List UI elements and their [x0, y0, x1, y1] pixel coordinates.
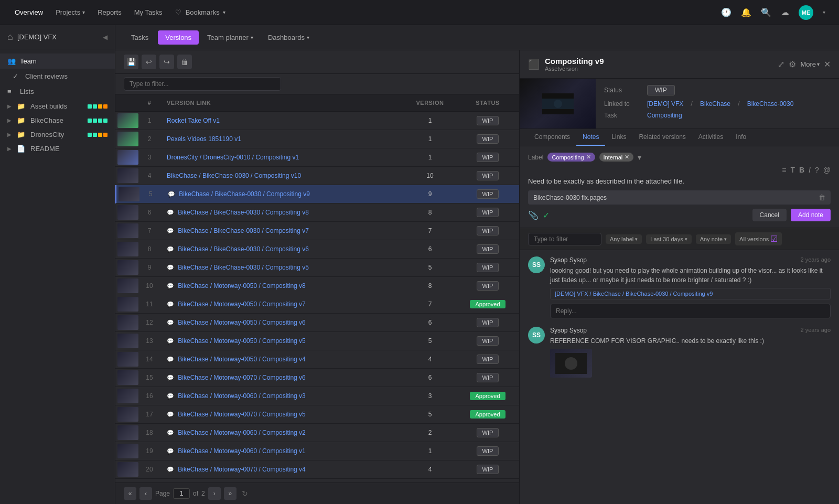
save-button[interactable]: 💾 [124, 55, 138, 69]
next-page-button[interactable]: › [208, 487, 221, 500]
version-link[interactable]: BikeChase / BikeChase-0030 / Compositing… [178, 264, 308, 271]
table-row[interactable]: 8 💬 BikeChase / BikeChase-0030 / Composi… [115, 240, 519, 259]
tab-links[interactable]: Links [605, 129, 632, 146]
sidebar-project[interactable]: ⌂ [DEMO] VFX ◀ [0, 25, 115, 49]
refresh-button[interactable]: ↻ [242, 489, 248, 498]
table-row[interactable]: 19 💬 BikeChase / Motorway-0060 / Composi… [115, 442, 519, 460]
version-link[interactable]: BikeChase / BikeChase-0030 / Compositing… [179, 190, 309, 198]
more-button[interactable]: More ▾ [800, 60, 820, 68]
td-link[interactable]: 💬 BikeChase / Motorway-0050 / Compositin… [163, 316, 404, 329]
table-row[interactable]: 3 DronesCity / DronesCity-0010 / Composi… [115, 148, 519, 167]
table-row[interactable]: 20 💬 BikeChase / Motorway-0070 / Composi… [115, 460, 519, 479]
delete-attachment-button[interactable]: 🗑 [819, 194, 825, 201]
table-row[interactable]: 15 💬 BikeChase / Motorway-0070 / Composi… [115, 369, 519, 387]
tab-tasks[interactable]: Tasks [124, 30, 156, 45]
table-row[interactable]: 5 💬 BikeChase / BikeChase-0030 / Composi… [115, 185, 519, 203]
external-link-button[interactable]: ⤢ [778, 59, 784, 69]
table-row[interactable]: 11 💬 BikeChase / Motorway-0050 / Composi… [115, 295, 519, 314]
settings-button[interactable]: ⚙ [789, 59, 796, 69]
compose-text[interactable]: Need to be exactly as described in the a… [528, 177, 831, 185]
version-link[interactable]: BikeChase / Motorway-0070 / Compositing … [178, 411, 305, 418]
any-label-filter[interactable]: Any label ▾ [606, 234, 642, 244]
version-link[interactable]: Rocket Take Off v1 [167, 117, 220, 124]
tag-close-icon[interactable]: ✕ [586, 154, 591, 160]
add-note-button[interactable]: Add note [791, 209, 831, 221]
approve-button[interactable]: ✓ [543, 210, 550, 220]
tab-activities[interactable]: Activities [692, 129, 729, 146]
nav-projects[interactable]: Projects ▾ [49, 8, 91, 16]
note-type-filter[interactable]: Any note ▾ [696, 234, 731, 244]
avatar[interactable]: ME [799, 5, 813, 20]
version-link[interactable]: BikeChase / Motorway-0060 / Compositing … [178, 447, 305, 455]
version-link[interactable]: BikeChase / BikeChase-0030 / Compositing… [178, 209, 308, 216]
td-link[interactable]: 💬 BikeChase / Motorway-0070 / Compositin… [163, 408, 404, 421]
version-link[interactable]: BikeChase / Motorway-0050 / Compositing … [178, 282, 305, 289]
list-format-icon[interactable]: ≡ [782, 166, 786, 174]
linked-item[interactable]: BikeChase-0030 [747, 100, 794, 108]
td-link[interactable]: 💬 BikeChase / Motorway-0050 / Compositin… [163, 280, 404, 292]
label-tag-internal[interactable]: Internal ✕ [599, 153, 634, 162]
table-row[interactable]: 9 💬 BikeChase / BikeChase-0030 / Composi… [115, 259, 519, 277]
prev-page-button[interactable]: ‹ [139, 487, 152, 500]
sidebar-item-team[interactable]: 👥 Team [0, 53, 115, 69]
chevron-left-icon[interactable]: ◀ [103, 34, 107, 41]
table-row[interactable]: 1 Rocket Take Off v1 1 WIP [115, 112, 519, 130]
tab-versions[interactable]: Versions [158, 30, 199, 45]
table-row[interactable]: 2 Pexels Videos 1851190 v1 1 WIP [115, 130, 519, 148]
table-row[interactable]: 6 💬 BikeChase / BikeChase-0030 / Composi… [115, 203, 519, 222]
td-link[interactable]: 💬 BikeChase / Motorway-0070 / Compositin… [163, 371, 404, 384]
chevron-down-icon[interactable]: ▾ [823, 9, 825, 15]
label-tag-compositing[interactable]: Compositing ✕ [547, 153, 595, 162]
sidebar-item-client-reviews[interactable]: ✓ Client reviews [0, 69, 115, 84]
tag-close-icon[interactable]: ✕ [625, 154, 629, 160]
td-link[interactable]: DronesCity / DronesCity-0010 / Compositi… [163, 151, 404, 164]
add-label-button[interactable]: ▾ [638, 153, 641, 162]
version-link[interactable]: BikeChase / BikeChase-0030 / Compositing… [167, 172, 301, 179]
bold-icon[interactable]: B [799, 166, 804, 174]
tab-team-planner[interactable]: Team planner ▾ [201, 30, 260, 45]
mention-icon[interactable]: @ [823, 166, 831, 174]
clock-icon[interactable]: 🕐 [721, 7, 732, 17]
tab-notes[interactable]: Notes [576, 129, 605, 146]
note-reference-link[interactable]: [DEMO] VFX / BikeChase / BikeChase-0030 … [550, 288, 831, 299]
table-row[interactable]: 13 💬 BikeChase / Motorway-0050 / Composi… [115, 332, 519, 350]
sidebar-folder-asset-builds[interactable]: ▶ 📁 Asset builds [0, 99, 115, 113]
close-button[interactable]: ✕ [824, 59, 831, 69]
time-filter[interactable]: Last 30 days ▾ [646, 234, 691, 244]
linked-project[interactable]: [DEMO] VFX [647, 100, 683, 108]
sidebar-folder-bikechase[interactable]: ▶ 📁 BikeChase [0, 113, 115, 127]
td-link[interactable]: Pexels Videos 1851190 v1 [163, 133, 404, 145]
delete-button[interactable]: 🗑 [177, 55, 192, 69]
table-row[interactable]: 16 💬 BikeChase / Motorway-0060 / Composi… [115, 387, 519, 405]
nav-reports[interactable]: Reports [91, 8, 128, 16]
text-format-icon[interactable]: T [790, 166, 795, 174]
td-link[interactable]: 💬 BikeChase / Motorway-0070 / Compositin… [163, 463, 404, 476]
table-row[interactable]: 10 💬 BikeChase / Motorway-0050 / Composi… [115, 277, 519, 295]
redo-button[interactable]: ↪ [159, 55, 174, 69]
nav-bookmarks[interactable]: ♡ Bookmarks ▾ [169, 8, 232, 16]
filter-input[interactable] [124, 77, 281, 91]
version-link[interactable]: Pexels Videos 1851190 v1 [167, 135, 241, 143]
bell-icon[interactable]: 🔔 [741, 7, 751, 17]
nav-my-tasks[interactable]: My Tasks [128, 8, 169, 16]
sidebar-item-lists[interactable]: ≡ Lists [0, 84, 115, 99]
td-link[interactable]: 💬 BikeChase / BikeChase-0030 / Compositi… [163, 224, 404, 237]
td-link[interactable]: 💬 BikeChase / Motorway-0060 / Compositin… [163, 445, 404, 457]
tab-related-versions[interactable]: Related versions [632, 129, 692, 146]
table-row[interactable]: 12 💬 BikeChase / Motorway-0050 / Composi… [115, 314, 519, 332]
version-link[interactable]: BikeChase / BikeChase-0030 / Compositing… [178, 227, 308, 234]
tab-dashboards[interactable]: Dashboards ▾ [262, 30, 316, 45]
first-page-button[interactable]: « [124, 487, 136, 500]
tab-components[interactable]: Components [528, 129, 576, 146]
td-link[interactable]: 💬 BikeChase / BikeChase-0030 / Compositi… [163, 261, 404, 274]
version-link[interactable]: BikeChase / Motorway-0050 / Compositing … [178, 301, 305, 308]
version-link[interactable]: BikeChase / Motorway-0050 / Compositing … [178, 356, 305, 363]
notes-filter-input[interactable] [528, 233, 601, 245]
help-icon[interactable]: ? [815, 166, 819, 174]
checkbox-checked-icon[interactable]: ☑ [770, 234, 778, 244]
last-page-button[interactable]: » [224, 487, 236, 500]
td-link[interactable]: BikeChase / BikeChase-0030 / Compositing… [163, 169, 404, 182]
task-value[interactable]: Compositing [647, 112, 682, 119]
table-row[interactable]: 14 💬 BikeChase / Motorway-0050 / Composi… [115, 350, 519, 369]
td-link[interactable]: 💬 BikeChase / BikeChase-0030 / Compositi… [164, 188, 404, 200]
